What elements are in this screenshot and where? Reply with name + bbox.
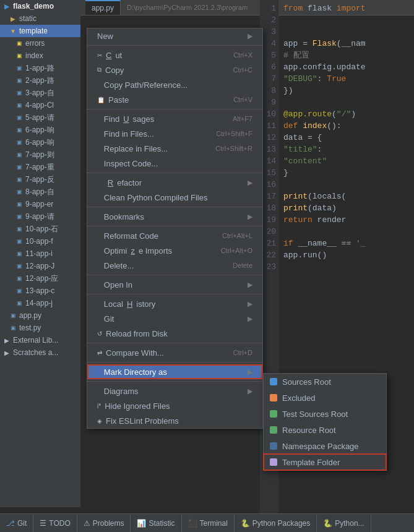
tree-10app1[interactable]: ▣ 10-app-石 [0,223,80,235]
tree-root[interactable]: ▶ flask_demo [0,0,80,12]
status-statistic[interactable]: 📊 Statistic [131,514,181,532]
menu-separator [87,275,262,275]
submenu-arrow-icon: ▶ [248,300,252,308]
code-line-20 [283,226,409,238]
submenu-arrow-icon: ▶ [248,213,252,221]
tree-static[interactable]: ▶ static [0,12,80,25]
tree-item-label: app.py [19,311,41,320]
tree-item-label: 10-app-石 [25,224,58,234]
menu-shortcut: Ctrl+Shift+F [216,130,252,137]
menu-replace[interactable]: Replace in Files... Ctrl+Shift+R [87,141,262,156]
tree-1app[interactable]: ▣ 1-app-路 [0,62,80,74]
menu-item-label: Copy Path/Reference... [97,80,188,90]
tree-external[interactable]: ▶ External Lib... [0,334,80,346]
menu-copy-path[interactable]: Copy Path/Reference... [87,77,262,92]
tree-7app1[interactable]: ▣ 7-app-则 [0,148,80,161]
tree-9app2[interactable]: ▣ 9-app-请 [0,210,80,223]
submenu-namespace[interactable]: Namespace Package [264,438,386,454]
file-icon: ▣ [15,150,24,159]
tree-item-label: 1-app-路 [25,63,54,74]
menu-new[interactable]: New ▶ [87,28,262,43]
menu-optimize[interactable]: Optimize Imports Ctrl+Alt+O [87,243,262,258]
menu-item-label: Bookmarks [97,212,144,221]
status-python-packages[interactable]: 🐍 Python Packages [235,514,317,532]
tree-5app[interactable]: ▣ 5-app-请 [0,111,80,124]
submenu-excluded[interactable]: Excluded [264,390,386,406]
menu-find-files[interactable]: Find in Files... Ctrl+Shift+F [87,126,262,141]
tree-template[interactable]: ▼ template [0,25,80,37]
menu-find-usages[interactable]: Find Usages Alt+F7 [87,111,262,126]
menu-clean-compiled[interactable]: Clean Python Compiled Files [87,190,262,205]
menu-separator [87,173,262,173]
submenu-resource-root[interactable]: Resource Root [264,422,386,438]
file-icon: ▣ [15,163,24,171]
menu-delete[interactable]: Delete... Delete [87,258,262,273]
menu-local-history[interactable]: Local History ▶ [87,296,262,311]
status-statistic-label: Statistic [149,519,175,528]
tree-8app[interactable]: ▣ 8-app-自 [0,186,80,198]
tree-item-label: test.py [19,324,41,332]
file-icon: ▣ [15,249,24,258]
status-todo[interactable]: ☰ TODO [33,514,77,532]
menu-item-label: Delete... [97,261,134,270]
submenu-sources-root[interactable]: Sources Root [264,374,386,390]
submenu-template-folder[interactable]: Template Folder [264,454,386,470]
tab-apppy[interactable]: app.py [85,0,121,15]
status-python[interactable]: 🐍 Python... [317,514,371,532]
menu-bookmarks[interactable]: Bookmarks ▶ [87,209,262,224]
code-line-2 [283,14,409,26]
submenu-test-sources[interactable]: Test Sources Root [264,406,386,422]
tree-10app2[interactable]: ▣ 10-app-f [0,235,80,247]
menu-compare[interactable]: ⇄ Compare With... Ctrl+D [87,345,262,360]
code-line-3 [283,26,409,38]
status-problems[interactable]: ⚠ Problems [77,514,131,532]
tree-7app3[interactable]: ▣ 7-app-反 [0,173,80,186]
menu-mark-directory[interactable]: Mark Directory as ▶ [87,364,262,379]
status-git[interactable]: ⎇ Git [0,514,33,532]
tree-apppy[interactable]: ▣ app.py [0,309,80,322]
file-icon: ▣ [15,101,24,109]
menu-reload[interactable]: ↺ Reload from Disk [87,326,262,341]
menu-diagrams[interactable]: Diagrams ▶ [87,384,262,398]
menu-inspect[interactable]: Inspect Code... [87,156,262,171]
tree-13app[interactable]: ▣ 13-app-c [0,285,80,297]
menu-hide-ignored[interactable]: i* Hide Ignored Files [87,398,262,413]
tree-4app[interactable]: ▣ 4-app-Cl [0,99,80,111]
status-terminal[interactable]: ⬛ Terminal [182,514,235,532]
tree-item-label: 7-app-则 [25,150,54,160]
menu-paste[interactable]: 📋 Paste Ctrl+V [87,92,262,107]
python-icon: 🐍 [323,519,332,528]
tree-item-label: 7-app-重 [25,162,54,173]
tree-14app[interactable]: ▣ 14-app-j [0,297,80,309]
tree-index[interactable]: ▣ index [0,49,80,62]
tree-6app1[interactable]: ▣ 6-app-响 [0,124,80,136]
tree-11app[interactable]: ▣ 11-app-i [0,247,80,260]
menu-cut[interactable]: ✂ Cut Ctrl+X [87,48,262,62]
menu-item-label: i* Hide Ignored Files [97,401,170,411]
menu-separator [87,343,262,343]
tree-7app2[interactable]: ▣ 7-app-重 [0,161,80,173]
tree-errors[interactable]: ▣ errors [0,37,80,49]
menu-open-in[interactable]: Open In ▶ [87,277,262,292]
tree-6app2[interactable]: ▣ 6-app-响 [0,136,80,148]
tree-scratches[interactable]: ▶ Scratches a... [0,346,80,359]
tree-12app1[interactable]: ▣ 12-app-J [0,260,80,272]
menu-copy[interactable]: ⧉ Copy Ctrl+C [87,62,262,77]
tree-3app[interactable]: ▣ 3-app-自 [0,87,80,99]
submenu-item-label: Sources Root [282,377,331,387]
menu-separator [87,294,262,294]
menu-refactor[interactable]: Refactor ▶ [87,175,262,190]
file-icon: ▣ [15,64,24,72]
tree-testpy[interactable]: ▣ test.py [0,322,80,334]
code-line-10: @app.route("/") [283,108,409,120]
tree-2app[interactable]: ▣ 2-app-路 [0,74,80,87]
menu-reformat[interactable]: Reformat Code Ctrl+Alt+L [87,228,262,243]
fix-icon: ◈ [97,418,102,424]
tree-12app2[interactable]: ▣ 12-app-应 [0,272,80,285]
scissors-icon: ✂ [97,52,102,59]
menu-item-label: Local History [97,299,155,309]
menu-item-label: Inspect Code... [97,159,158,168]
menu-git[interactable]: Git ▶ [87,311,262,326]
menu-fix-eslint[interactable]: ◈ Fix ESLint Problems [87,413,262,428]
tree-9app1[interactable]: ▣ 9-app-er [0,198,80,210]
